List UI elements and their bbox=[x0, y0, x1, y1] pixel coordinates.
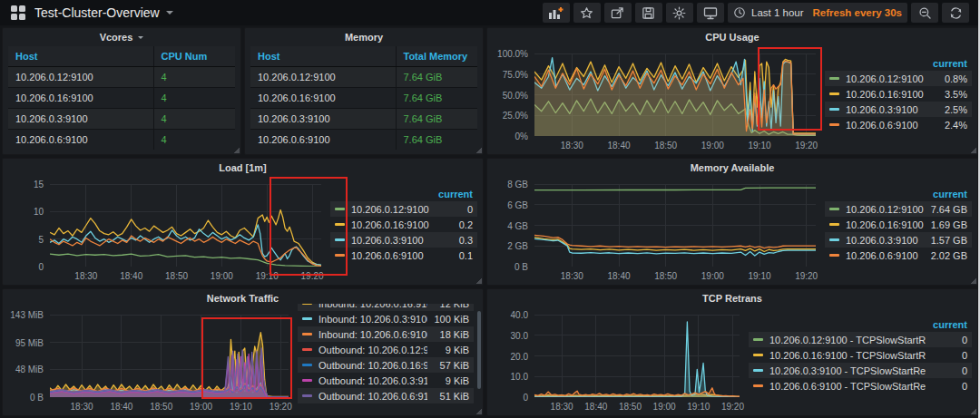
series-name: 10.206.0.16:9100 bbox=[351, 219, 431, 230]
series-color-swatch-icon bbox=[829, 208, 839, 210]
load-legend: current10.206.0.12:9100010.206.0.16:9100… bbox=[330, 177, 483, 285]
x-axis-label: 18:50 bbox=[165, 271, 188, 281]
cycle-view-button[interactable] bbox=[697, 3, 724, 23]
panel-resize-handle[interactable] bbox=[969, 277, 976, 284]
legend-item[interactable]: Inbound: 10.206.0.3:9100100 KiB bbox=[298, 311, 474, 326]
share-button[interactable] bbox=[604, 3, 632, 23]
panel-title-text: TCP Retrans bbox=[702, 293, 762, 304]
save-button[interactable] bbox=[635, 3, 662, 23]
series-current-value: 0 bbox=[431, 204, 473, 215]
series-name: Outbound: 10.206.0.12:9100 bbox=[318, 345, 427, 355]
time-range-picker[interactable]: Last 1 hour Refresh every 30s bbox=[728, 3, 907, 23]
panel-resize-handle[interactable] bbox=[969, 407, 976, 414]
x-axis-label: 19:10 bbox=[256, 271, 279, 281]
panel-title-text: Network Traffic bbox=[207, 293, 279, 304]
legend-item[interactable]: 10.206.0.12:91000 bbox=[330, 201, 477, 217]
tcp-legend: current10.206.0.12:9100 - TCPSlowStartRe… bbox=[749, 307, 977, 415]
legend-item[interactable]: 10.206.0.16:91001.69 GB bbox=[825, 217, 972, 232]
load-plot-area: 05101518:3018:4018:5019:0019:1019:20 bbox=[50, 184, 321, 267]
y-axis-label: 0% bbox=[515, 131, 528, 141]
series-current-value: 0.2 bbox=[431, 219, 473, 230]
table-row: 10.206.0.6:91007.64 GiB bbox=[250, 130, 477, 151]
legend-item[interactable]: 10.206.0.12:91007.64 GB bbox=[825, 201, 972, 217]
column-header[interactable]: CPU Num bbox=[153, 46, 235, 67]
legend-item[interactable]: 10.206.0.6:91002.02 GB bbox=[825, 248, 972, 263]
panel-title-cpu-usage[interactable]: CPU Usage bbox=[487, 28, 977, 46]
series-color-swatch-icon bbox=[302, 317, 312, 320]
legend-item[interactable]: Outbound: 10.206.0.3:91009 KiB bbox=[298, 373, 474, 388]
legend-item[interactable]: Outbound: 10.206.0.6:910051 KiB bbox=[298, 388, 474, 403]
series-current-value: 2.4% bbox=[926, 120, 967, 131]
legend-item[interactable]: Inbound: 10.206.0.16:910012 KiB bbox=[298, 304, 474, 311]
vcores-table: HostCPU Num10.206.0.12:9100410.206.0.16:… bbox=[8, 46, 235, 150]
value-cell: 7.64 GiB bbox=[396, 109, 477, 130]
legend-item[interactable]: Outbound: 10.206.0.12:91009 KiB bbox=[298, 342, 474, 357]
legend-item[interactable]: 10.206.0.6:9100 - TCPSlowStartRetrans0 bbox=[749, 378, 972, 394]
legend-item[interactable]: 10.206.0.3:91000.3 bbox=[330, 232, 477, 248]
series-10.206.0.3:9100 - TCPSlowStartRetrans bbox=[534, 322, 740, 397]
panel-resize-handle[interactable] bbox=[232, 146, 240, 153]
panel-resize-handle[interactable] bbox=[475, 146, 482, 153]
graph-canvas[interactable] bbox=[534, 53, 816, 136]
monitor-icon bbox=[703, 6, 718, 20]
value-cell: 4 bbox=[153, 130, 235, 151]
column-header[interactable]: Host bbox=[250, 46, 396, 67]
x-axis-label: 19:10 bbox=[687, 402, 710, 412]
dashboard-title-dropdown[interactable]: Test-Cluster-Overview bbox=[34, 5, 173, 20]
series-current-value: 0 bbox=[926, 381, 967, 392]
legend-item[interactable]: 10.206.0.6:91002.4% bbox=[825, 117, 972, 132]
legend-item[interactable]: Inbound: 10.206.0.6:910018 KiB bbox=[298, 326, 474, 342]
star-button[interactable] bbox=[573, 3, 601, 23]
series-color-swatch-icon bbox=[302, 304, 312, 305]
legend-item[interactable]: 10.206.0.12:9100 - TCPSlowStartRetrans0 bbox=[749, 332, 972, 347]
legend-item[interactable]: 10.206.0.16:9100 - TCPSlowStartRetrans0 bbox=[749, 347, 972, 363]
graph-canvas[interactable] bbox=[50, 184, 321, 267]
refresh-button[interactable] bbox=[942, 3, 969, 23]
panel-resize-handle[interactable] bbox=[969, 146, 976, 153]
series-color-swatch-icon bbox=[829, 123, 839, 126]
panel-title-memory-available[interactable]: Memory Available bbox=[487, 159, 977, 177]
panel-resize-handle[interactable] bbox=[475, 277, 482, 284]
series-color-swatch-icon bbox=[302, 333, 312, 335]
host-cell: 10.206.0.3:9100 bbox=[250, 109, 396, 130]
add-panel-button[interactable] bbox=[543, 3, 570, 23]
graph-canvas[interactable] bbox=[534, 315, 740, 397]
graph-canvas[interactable] bbox=[534, 184, 816, 267]
legend-item[interactable]: 10.206.0.3:91002.5% bbox=[825, 102, 972, 117]
panel-title-load[interactable]: Load [1m] bbox=[3, 159, 483, 177]
memavail-legend: current10.206.0.12:91007.64 GB10.206.0.1… bbox=[825, 177, 977, 285]
x-axis-label: 18:30 bbox=[74, 271, 97, 281]
grafana-logo-icon[interactable] bbox=[11, 5, 25, 20]
memory-table: HostTotal Memory10.206.0.12:91007.64 GiB… bbox=[250, 46, 477, 150]
zoom-out-button[interactable] bbox=[911, 3, 938, 23]
panel-resize-handle[interactable] bbox=[475, 407, 482, 414]
panel-title-vcores[interactable]: Vcores bbox=[3, 28, 240, 46]
legend-item[interactable]: 10.206.0.16:91000.2 bbox=[330, 217, 477, 232]
series-name: 10.206.0.12:9100 bbox=[846, 204, 926, 215]
legend-item[interactable]: 10.206.0.3:91001.57 GB bbox=[825, 232, 972, 248]
panel-title-memory[interactable]: Memory bbox=[245, 28, 483, 46]
series-current-value: 9 KiB bbox=[427, 375, 469, 386]
legend-item[interactable]: Outbound: 10.206.0.16:910057 KiB bbox=[298, 357, 474, 373]
panel-cpu-usage: CPU Usage 0%25.0%50.0%75.0%100.0%18:3018… bbox=[486, 27, 978, 155]
value-cell: 7.64 GiB bbox=[396, 130, 477, 151]
legend-item[interactable]: 10.206.0.3:9100 - TCPSlowStartRetrans0 bbox=[749, 363, 972, 378]
legend-item[interactable]: 10.206.0.16:91003.5% bbox=[825, 86, 972, 102]
series-name: Outbound: 10.206.0.16:9100 bbox=[318, 360, 427, 371]
legend-scrollbar[interactable] bbox=[477, 311, 481, 389]
legend-item[interactable]: 10.206.0.6:91000.1 bbox=[330, 248, 477, 263]
series-name: Outbound: 10.206.0.3:9100 bbox=[318, 375, 427, 386]
legend-header: current bbox=[825, 55, 972, 71]
settings-button[interactable] bbox=[666, 3, 693, 23]
series-name: 10.206.0.16:9100 bbox=[846, 89, 926, 100]
series-name: 10.206.0.3:9100 bbox=[846, 235, 926, 246]
column-header[interactable]: Host bbox=[8, 46, 153, 67]
column-header[interactable]: Total Memory bbox=[396, 46, 477, 67]
graph-canvas[interactable] bbox=[50, 315, 289, 397]
panel-network-traffic: Network Traffic 0 B48 MiB95 MiB143 MiB18… bbox=[2, 288, 484, 416]
panel-title-text: CPU Usage bbox=[705, 32, 759, 43]
x-axis-label: 18:30 bbox=[71, 402, 93, 412]
legend-item[interactable]: 10.206.0.12:91000.8% bbox=[825, 71, 972, 86]
panel-title-tcp-retrans[interactable]: TCP Retrans bbox=[487, 289, 977, 307]
x-axis-label: 19:20 bbox=[795, 271, 818, 281]
